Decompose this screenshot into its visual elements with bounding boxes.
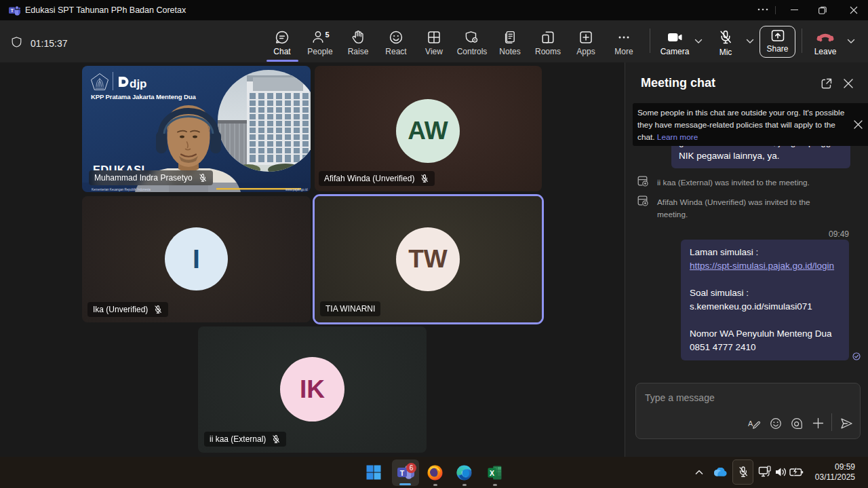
svg-text:T: T: [400, 469, 405, 477]
svg-text:djp: djp: [130, 77, 147, 90]
svg-text:A: A: [748, 419, 753, 428]
svg-text:5: 5: [326, 31, 330, 39]
svg-text:X: X: [490, 469, 494, 477]
svg-text:Kementerian Keuangan Republik: Kementerian Keuangan Republik Indonesia: [92, 188, 151, 191]
svg-text:www.pajak.go.id: www.pajak.go.id: [285, 188, 308, 191]
svg-text:T: T: [10, 7, 14, 14]
